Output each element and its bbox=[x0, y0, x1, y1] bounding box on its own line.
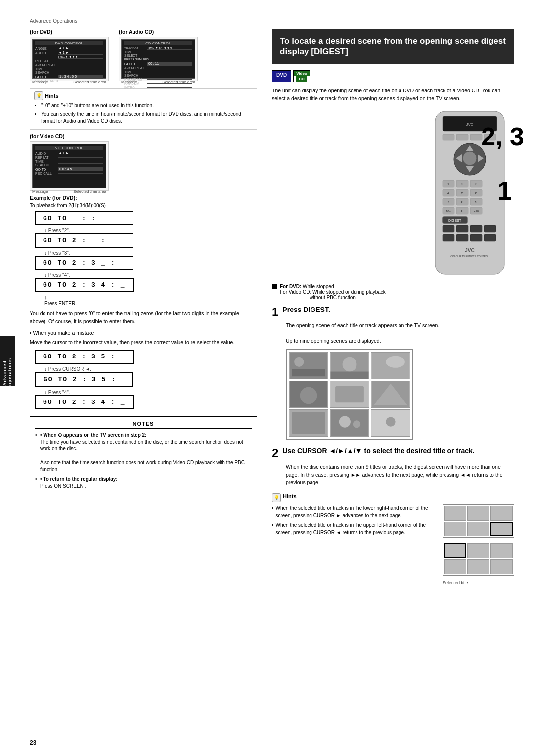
dvd-row-track: Htr/1◄ ◄ ►► bbox=[35, 55, 103, 59]
vcd-row-audio: AUDIO ◄ 1 ► bbox=[35, 151, 103, 155]
sthumb-7 bbox=[444, 543, 466, 558]
svg-text:0: 0 bbox=[461, 209, 464, 213]
svg-rect-39 bbox=[443, 225, 454, 232]
badge-video-cd: Video CD bbox=[293, 70, 310, 82]
dvd-device-box: DVD CONTROL ANGLE ◄ 1 ► AUDIO ◄ 1 ► bbox=[30, 37, 109, 81]
intro-text: The unit can display the opening scene o… bbox=[272, 87, 514, 103]
svg-text:3: 3 bbox=[475, 182, 478, 186]
sthumb-2 bbox=[467, 506, 490, 521]
svg-text:4: 4 bbox=[447, 191, 450, 195]
thumb-7 bbox=[289, 409, 328, 437]
goto-step-2: GO TO 2 : _ : bbox=[35, 233, 257, 249]
sthumb-4 bbox=[444, 522, 466, 536]
note-item-1: • When ⊙ appears on the TV screen in ste… bbox=[35, 432, 252, 473]
right-heading: To locate a desired scene from the openi… bbox=[272, 29, 514, 64]
mistake-press-1: ↓ Press CURSOR ◄. bbox=[44, 366, 91, 372]
svg-rect-45 bbox=[470, 234, 482, 241]
svg-rect-54 bbox=[330, 371, 368, 378]
step-label-23: 2, 3 bbox=[481, 124, 524, 149]
sthumb-11 bbox=[467, 559, 490, 574]
sthumb-12 bbox=[490, 559, 513, 574]
step-1-section: 1 Press DIGEST. The opening scene of eac… bbox=[272, 305, 514, 440]
acd-row-press: PRESS NUM. KEY bbox=[124, 58, 192, 61]
vcd-section: (for Video CD) VCD CONTROL AUDIO ◄ 1 ► R… bbox=[30, 133, 257, 191]
trailing-zeros-note: You do not have to press "0" to enter th… bbox=[30, 310, 257, 326]
sthumb-6 bbox=[490, 522, 513, 536]
goto-step-4: GO TO 2 : 3 4 : _ bbox=[35, 278, 257, 293]
right-hints-text: When the selected title or track is in t… bbox=[272, 504, 437, 585]
notes-list: • When ⊙ appears on the TV screen in ste… bbox=[35, 432, 252, 489]
mistake-label: • When you make a mistake bbox=[30, 330, 257, 336]
svg-text:5: 5 bbox=[461, 191, 464, 195]
hint-right-1: When the selected title or track is in t… bbox=[272, 504, 437, 519]
left-col: (for DVD) DVD CONTROL ANGLE ◄ 1 ► AUDIO … bbox=[30, 29, 257, 585]
remote-container: 2, 3 1 JVC bbox=[272, 109, 514, 278]
vcd-row-pbc: PBC CALL bbox=[35, 172, 103, 175]
svg-rect-46 bbox=[484, 234, 496, 241]
svg-rect-42 bbox=[484, 225, 496, 232]
acd-row-program: PROGRAM bbox=[124, 78, 192, 81]
acd-row-intro: INTRO bbox=[124, 86, 192, 89]
vcd-row-goto: GO TO 0 0 : 4 5 bbox=[35, 167, 103, 171]
small-digest-grid-2 bbox=[443, 542, 514, 576]
svg-text:1: 1 bbox=[447, 182, 450, 186]
hints-box: 💡 Hints "10" and "+10" buttons are not u… bbox=[30, 88, 257, 130]
mistake-box-1: GO TO 2 : 3 5 : _ bbox=[35, 350, 134, 364]
goto-box-4: GO TO 2 : 3 4 : _ bbox=[35, 278, 134, 292]
acd-device-box: CD CONTROL TRACK-01 TIME ▼ 54 ◄◄◄ TIME S… bbox=[119, 37, 198, 81]
goto-press-2: ↓ Press "3". bbox=[44, 250, 70, 256]
example-label: Example (for DVD): bbox=[30, 195, 257, 201]
dvd-row-time: TIME SEARCH bbox=[35, 67, 103, 74]
thumb-5 bbox=[330, 381, 369, 408]
mistake-box-3: GO TO 2 : 3 4 : _ bbox=[35, 395, 134, 409]
acd-row-track: TRACK-01 TIME ▼ 54 ◄◄◄ bbox=[124, 46, 192, 50]
svg-text:2: 2 bbox=[461, 182, 464, 186]
top-rule bbox=[30, 15, 514, 15]
step-2-number: 2 bbox=[272, 446, 278, 460]
step-2-section: 2 Use CURSOR ◄/►/▲/▼ to select the desir… bbox=[272, 446, 514, 487]
goto-container-mistake: GO TO 2 : 3 5 : _ ↓ Press CURSOR ◄. GO T… bbox=[35, 350, 257, 410]
note-item-2: • To return to the regular display: Pres… bbox=[35, 476, 252, 489]
thumb-2 bbox=[330, 352, 369, 379]
hints-icon-glyph: 💡 bbox=[272, 493, 281, 502]
sthumb-10 bbox=[444, 559, 466, 574]
dvd-row-angle: ANGLE ◄ 1 ► bbox=[35, 46, 103, 50]
svg-text:+10: +10 bbox=[474, 210, 479, 213]
svg-rect-3 bbox=[443, 134, 454, 140]
mistake-desc: Move the cursor to the incorrect value, … bbox=[30, 339, 257, 346]
svg-point-12 bbox=[463, 151, 477, 165]
svg-text:10+: 10+ bbox=[446, 210, 451, 213]
hints-icon: 💡 bbox=[34, 91, 43, 100]
sthumb-3 bbox=[490, 506, 513, 521]
dvd-row-ab: A-B REPEAT bbox=[35, 63, 103, 67]
goto-press-3: ↓ Press "4". bbox=[44, 272, 70, 278]
acd-row-goto: GO TO 00 : 11 bbox=[124, 62, 192, 66]
notes-box: NOTES • When ⊙ appears on the TV screen … bbox=[30, 416, 257, 496]
square-icon bbox=[272, 284, 277, 289]
svg-rect-4 bbox=[456, 134, 468, 140]
vcd-row-repeat: REPEAT bbox=[35, 156, 103, 159]
digest-grid-container bbox=[286, 349, 514, 440]
dvd-row-repeat: REPEAT bbox=[35, 59, 103, 63]
small-digest-grid-1 bbox=[443, 504, 514, 538]
sthumb-8 bbox=[467, 543, 490, 558]
svg-text:JVC: JVC bbox=[466, 122, 473, 127]
right-hints: 💡 Hints bbox=[272, 493, 514, 502]
svg-point-58 bbox=[300, 387, 317, 404]
step-2-body: When the disc contains more than 9 title… bbox=[286, 463, 514, 487]
sthumb-1 bbox=[444, 506, 466, 521]
svg-rect-60 bbox=[335, 386, 364, 403]
fordvd-note: For DVD: While stopped For Video CD: Whi… bbox=[272, 284, 514, 300]
mistake-box-2: GO TO 2 : 3 5 : bbox=[35, 372, 134, 387]
goto-box-1: GO TO _ : : bbox=[35, 211, 134, 225]
hints-label-right: Hints bbox=[283, 493, 297, 499]
right-hints-thumbs: Selected title bbox=[443, 504, 514, 585]
thumb-4 bbox=[289, 381, 328, 408]
thumb-8 bbox=[330, 409, 369, 437]
thumb-3 bbox=[371, 352, 410, 379]
mistake-section: • When you make a mistake Move the curso… bbox=[30, 330, 257, 411]
svg-rect-44 bbox=[456, 234, 468, 241]
step-1-number: 1 bbox=[272, 305, 278, 319]
svg-point-69 bbox=[386, 417, 395, 426]
vcd-device-inner: VCD CONTROL AUDIO ◄ 1 ► REPEAT TIME SEAR… bbox=[32, 144, 106, 188]
